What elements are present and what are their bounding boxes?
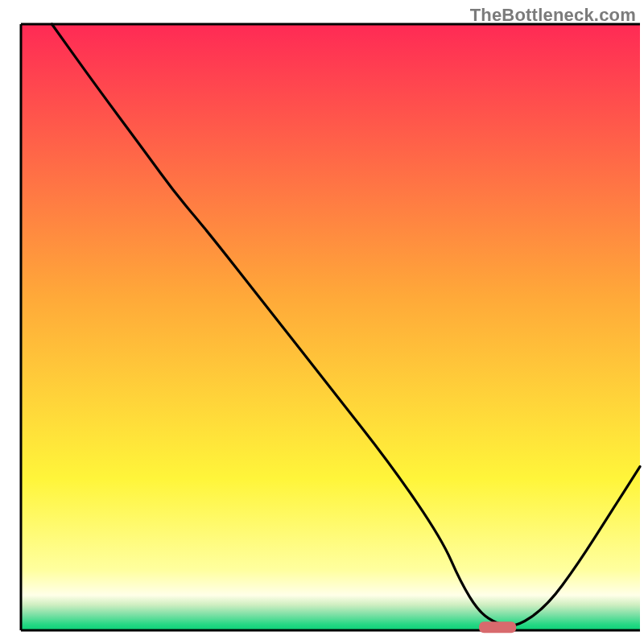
chart-container: TheBottleneck.com [0, 0, 644, 644]
bottleneck-chart [0, 0, 644, 644]
optimum-marker [479, 621, 516, 633]
plot-background [21, 24, 640, 630]
